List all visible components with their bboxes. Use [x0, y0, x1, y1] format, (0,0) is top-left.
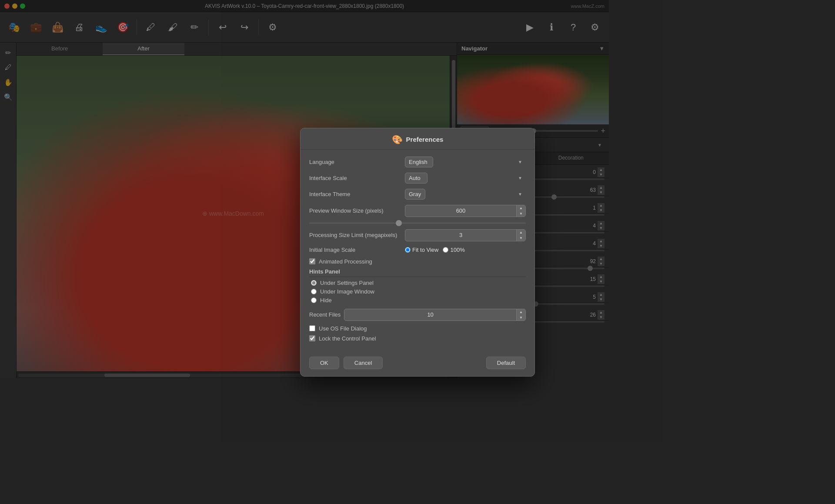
lock-control-panel-row: Lock the Control Panel: [309, 335, 526, 342]
hints-hide[interactable]: Hide: [309, 297, 526, 304]
radio-100[interactable]: [443, 247, 448, 253]
interface-theme-select[interactable]: Gray Dark Light: [405, 189, 425, 200]
processing-limit-label: Processing Size Limit (megapixels): [309, 232, 405, 238]
hints-under-settings[interactable]: Under Settings Panel: [309, 280, 526, 286]
radio-fit-label[interactable]: Fit to View: [405, 247, 438, 253]
hints-under-image[interactable]: Under Image Window: [309, 288, 526, 295]
cancel-button[interactable]: Cancel: [344, 357, 383, 369]
preview-size-row: Preview Window Size (pixels) 600 ▲ ▼: [309, 205, 526, 217]
recent-files-btns: ▲ ▼: [516, 309, 525, 320]
recent-files-row: Recent Files 10 ▲ ▼: [309, 309, 526, 321]
preview-size-value: 600: [405, 206, 516, 216]
preview-size-slider-thumb[interactable]: [396, 220, 402, 226]
radio-under-settings[interactable]: [311, 280, 317, 286]
processing-limit-spinner[interactable]: 3 ▲ ▼: [405, 229, 526, 241]
initial-scale-row: Initial Image Scale Fit to View 100%: [309, 247, 526, 253]
os-file-dialog-checkbox[interactable]: [309, 325, 315, 331]
preview-size-dn[interactable]: ▼: [517, 211, 525, 217]
recent-files-dn[interactable]: ▼: [517, 315, 525, 320]
lock-control-panel-checkbox[interactable]: [309, 335, 315, 341]
preview-size-up[interactable]: ▲: [517, 205, 525, 211]
os-file-dialog-label: Use OS File Dialog: [319, 325, 367, 332]
hints-panel-label: Hints Panel: [309, 268, 526, 277]
preview-size-slider[interactable]: [309, 222, 526, 224]
preview-size-spinner[interactable]: 600 ▲ ▼: [405, 205, 526, 217]
recent-files-value: 10: [344, 310, 516, 320]
preview-size-label: Preview Window Size (pixels): [309, 207, 405, 214]
recent-files-spinner[interactable]: 10 ▲ ▼: [344, 309, 526, 321]
radio-100-label[interactable]: 100%: [443, 247, 464, 253]
recent-files-label: Recent Files: [309, 311, 341, 318]
os-file-dialog-row: Use OS File Dialog: [309, 325, 526, 332]
interface-theme-select-wrapper: Gray Dark Light: [405, 189, 526, 200]
radio-under-settings-label: Under Settings Panel: [320, 280, 374, 286]
radio-under-image[interactable]: [311, 289, 317, 294]
interface-theme-row: Interface Theme Gray Dark Light: [309, 189, 526, 200]
processing-limit-btns: ▲ ▼: [516, 230, 525, 241]
initial-scale-label: Initial Image Scale: [309, 247, 405, 253]
language-select[interactable]: English German French: [405, 157, 433, 167]
language-label: Language: [309, 159, 405, 165]
processing-limit-row: Processing Size Limit (megapixels) 3 ▲ ▼: [309, 229, 526, 241]
dialog-header: 🎨 Preferences: [301, 128, 534, 150]
interface-scale-select-wrapper: Auto 100% 150%: [405, 173, 526, 184]
processing-limit-up[interactable]: ▲: [517, 230, 525, 235]
dialog-title: Preferences: [406, 136, 444, 143]
hints-panel-group: Hints Panel Under Settings Panel Under I…: [309, 268, 526, 304]
animated-processing-label: Animated Processing: [319, 258, 372, 265]
ok-button[interactable]: OK: [309, 357, 339, 369]
default-button[interactable]: Default: [486, 357, 526, 369]
dialog-overlay: 🎨 Preferences Language English German Fr…: [0, 0, 609, 378]
dialog-body: Language English German French Interface…: [301, 150, 534, 352]
radio-hide[interactable]: [311, 297, 317, 303]
interface-scale-label: Interface Scale: [309, 175, 405, 181]
radio-fit[interactable]: [405, 247, 411, 253]
language-select-wrapper: English German French: [405, 157, 526, 167]
preferences-dialog: 🎨 Preferences Language English German Fr…: [300, 128, 535, 377]
interface-theme-label: Interface Theme: [309, 191, 405, 197]
processing-limit-value: 3: [405, 230, 516, 240]
animated-processing-checkbox[interactable]: [309, 258, 315, 264]
radio-under-image-label: Under Image Window: [320, 288, 374, 295]
language-row: Language English German French: [309, 157, 526, 167]
preview-size-btns: ▲ ▼: [516, 205, 525, 217]
processing-limit-dn[interactable]: ▼: [517, 235, 525, 241]
dialog-footer: OK Cancel Default: [301, 352, 534, 376]
radio-hide-label: Hide: [320, 297, 332, 304]
interface-scale-row: Interface Scale Auto 100% 150%: [309, 173, 526, 184]
animated-processing-row: Animated Processing: [309, 258, 526, 265]
dialog-icon: 🎨: [392, 134, 403, 145]
recent-files-up[interactable]: ▲: [517, 309, 525, 315]
preview-size-slider-row[interactable]: [309, 222, 526, 224]
interface-scale-select[interactable]: Auto 100% 150%: [405, 173, 428, 184]
radio-fit-text: Fit to View: [412, 247, 438, 253]
radio-100-text: 100%: [450, 247, 464, 253]
lock-control-panel-label: Lock the Control Panel: [319, 335, 376, 342]
